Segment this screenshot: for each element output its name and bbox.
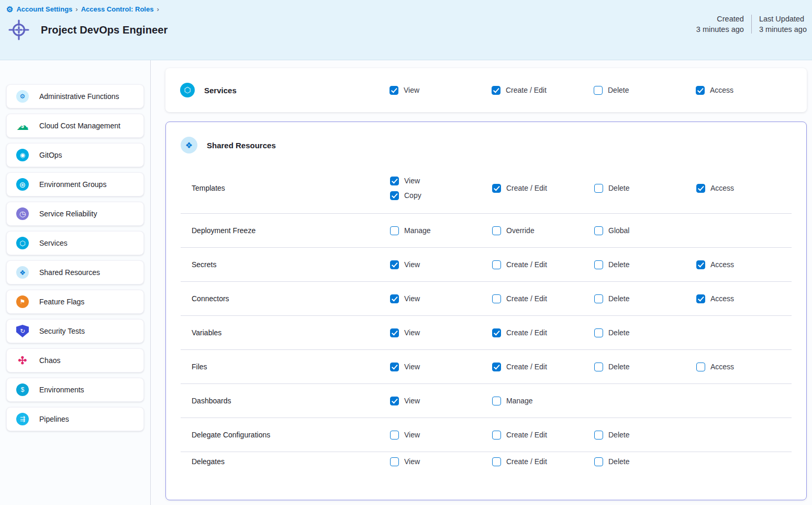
sidebar-item-service-reliability[interactable]: ◷Service Reliability: [6, 202, 144, 226]
permission-cell: Delete: [594, 260, 696, 269]
checkbox-delegate-configurations-create-edit[interactable]: [492, 431, 501, 440]
checkbox-label: View: [404, 457, 420, 466]
checkbox-files-delete[interactable]: [594, 363, 603, 371]
checkbox-services-delete[interactable]: [594, 86, 603, 95]
checkbox-files-view[interactable]: [390, 363, 399, 371]
checkbox-label: View: [404, 363, 420, 371]
services-icon: ⬡: [180, 83, 195, 97]
permission-cell: Delete: [594, 328, 696, 337]
checkbox-files-create-edit[interactable]: [492, 363, 501, 371]
row-label: Connectors: [181, 294, 390, 303]
sidebar-item-label: Service Reliability: [39, 210, 97, 218]
breadcrumb-account-settings[interactable]: Account Settings: [16, 5, 72, 13]
page-header: ⚙ Account Settings › Access Control: Rol…: [0, 0, 812, 60]
permission-cell: Override: [492, 226, 594, 235]
checkbox-deployment-freeze-override[interactable]: [492, 226, 501, 235]
checkbox-secrets-access[interactable]: [696, 260, 705, 269]
checkbox-variables-delete[interactable]: [594, 328, 603, 337]
checkbox-templates-create-edit[interactable]: [492, 184, 501, 193]
security-tests-icon: ↻: [16, 325, 29, 337]
resource-category-sidebar: ⚙Administrative Functions☁$Cloud Cost Ma…: [0, 60, 151, 505]
breadcrumb-access-control-roles[interactable]: Access Control: Roles: [81, 5, 154, 13]
checkbox-dashboards-manage[interactable]: [492, 397, 501, 405]
checkbox-templates-access[interactable]: [696, 184, 705, 193]
permission-cell: Delete: [594, 457, 696, 466]
sidebar-item-label: Services: [39, 239, 68, 247]
sidebar-item-services[interactable]: ⬡Services: [6, 231, 144, 255]
checkbox-connectors-view[interactable]: [390, 294, 399, 303]
checkbox-templates-view[interactable]: [390, 177, 399, 185]
checkbox-templates-copy[interactable]: [390, 191, 399, 200]
sidebar-item-administrative-functions[interactable]: ⚙Administrative Functions: [6, 84, 144, 108]
checkbox-label: Access: [710, 86, 733, 94]
checkbox-services-create-edit[interactable]: [492, 86, 500, 95]
checkbox-secrets-create-edit[interactable]: [492, 260, 501, 269]
sidebar-item-label: Shared Resources: [39, 268, 100, 277]
checkbox-delegates-create-edit[interactable]: [492, 457, 501, 466]
permission-cell: Access: [696, 363, 792, 371]
permission: Delete: [594, 457, 629, 466]
checkbox-variables-view[interactable]: [390, 328, 399, 337]
checkbox-label: Delete: [608, 294, 629, 303]
checkbox-delegate-configurations-view[interactable]: [390, 431, 399, 440]
sidebar-item-cloud-cost-management[interactable]: ☁$Cloud Cost Management: [6, 114, 144, 138]
checkbox-label: Copy: [404, 191, 421, 200]
permission-cell: Create / Edit: [492, 294, 594, 303]
checkbox-label: Create / Edit: [506, 431, 547, 439]
checkbox-connectors-delete[interactable]: [594, 294, 603, 303]
checkbox-connectors-create-edit[interactable]: [492, 294, 501, 303]
checkbox-deployment-freeze-manage[interactable]: [390, 226, 399, 235]
checkbox-connectors-access[interactable]: [696, 294, 705, 303]
checkbox-services-access[interactable]: [696, 86, 705, 95]
checkbox-delegate-configurations-delete[interactable]: [594, 431, 603, 440]
permission-row-templates: TemplatesViewCopyCreate / EditDeleteAcce…: [181, 163, 792, 213]
checkbox-variables-create-edit[interactable]: [492, 328, 501, 337]
permission-cell: Create / Edit: [492, 86, 594, 95]
checkbox-label: Create / Edit: [506, 328, 547, 337]
permission: Manage: [390, 226, 431, 235]
checkbox-dashboards-view[interactable]: [390, 397, 399, 405]
permission-cell: Manage: [390, 226, 492, 235]
permission-cell: Access: [696, 260, 792, 269]
permission: Create / Edit: [492, 457, 547, 466]
permission-cell: Delete: [594, 431, 696, 440]
checkbox-secrets-view[interactable]: [390, 260, 399, 269]
sidebar-item-environment-groups[interactable]: ⊛Environment Groups: [6, 172, 144, 196]
sidebar-item-environments[interactable]: $Environments: [6, 378, 144, 402]
pipelines-icon: ⇶: [16, 413, 29, 425]
checkbox-delegates-delete[interactable]: [594, 457, 603, 466]
checkbox-label: Manage: [404, 226, 431, 235]
sidebar-item-feature-flags[interactable]: ⚑Feature Flags: [6, 290, 144, 314]
checkbox-label: Delete: [608, 260, 629, 269]
permission: View: [390, 431, 420, 440]
chaos-icon: ✣: [16, 354, 29, 367]
permission-cell: Create / Edit: [492, 431, 594, 440]
breadcrumb: ⚙ Account Settings › Access Control: Rol…: [6, 5, 806, 13]
shared-resources-icon: ❖: [16, 266, 29, 279]
checkbox-deployment-freeze-global[interactable]: [594, 226, 603, 235]
permission-cell: Create / Edit: [492, 363, 594, 371]
checkbox-secrets-delete[interactable]: [594, 260, 603, 269]
checkbox-services-view[interactable]: [390, 86, 398, 95]
sidebar-item-security-tests[interactable]: ↻Security Tests: [6, 319, 144, 343]
row-label: Files: [181, 363, 390, 371]
sidebar-item-gitops[interactable]: ◉GitOps: [6, 143, 144, 167]
checkbox-files-access[interactable]: [696, 363, 705, 371]
permission: Delete: [594, 184, 629, 193]
checkbox-delegates-view[interactable]: [390, 457, 399, 466]
permission: Manage: [492, 397, 533, 405]
sidebar-item-shared-resources[interactable]: ❖Shared Resources: [6, 260, 144, 284]
permission-row-variables: VariablesViewCreate / EditDelete: [181, 315, 792, 349]
environments-icon: $: [16, 383, 29, 396]
checkbox-label: Create / Edit: [506, 457, 547, 466]
permission-cell: View: [390, 294, 492, 303]
permission-cell: Delete: [594, 294, 696, 303]
sidebar-item-pipelines[interactable]: ⇶Pipelines: [6, 407, 144, 431]
permission: View: [390, 177, 420, 185]
last-updated-value: 3 minutes ago: [759, 25, 807, 34]
checkbox-label: Create / Edit: [506, 363, 547, 371]
sidebar-item-chaos[interactable]: ✣Chaos: [6, 348, 144, 372]
checkbox-templates-delete[interactable]: [594, 184, 603, 193]
checkbox-label: Override: [506, 226, 535, 235]
permission: Global: [594, 226, 629, 235]
